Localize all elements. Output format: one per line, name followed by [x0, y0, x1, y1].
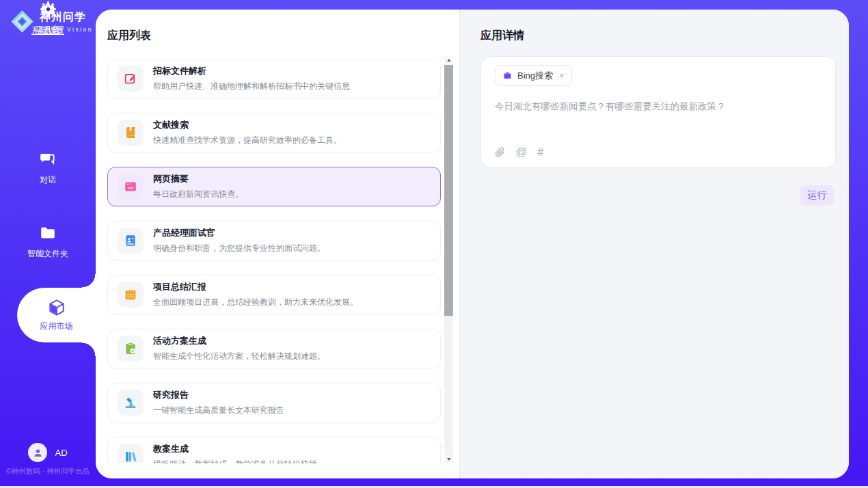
scroll-down-arrow[interactable] [444, 455, 453, 463]
user-account[interactable]: AD [0, 443, 96, 462]
app-window: 神州问学 Smart Vision 对话 智能文件夹 工具集 应用市场 系统设置 [0, 0, 868, 488]
app-card-title: 教案生成 [153, 443, 317, 455]
app-list: 招标文件解析 帮助用户快速、准确地理解和解析招标书中的关键信息 文献搜索 快速精… [107, 59, 441, 463]
app-card-title: 产品经理面试官 [153, 227, 325, 239]
app-card-活动方案生成[interactable]: 活动方案生成 智能生成个性化活动方案，轻松解决规划难题。 [107, 329, 441, 368]
app-list-panel: 应用列表 招标文件解析 帮助用户快速、准确地理解和解析招标书中的关键信息 [96, 10, 459, 478]
app-card-网页摘要[interactable]: </> 网页摘要 每日政府新闻资讯快查。 [107, 167, 441, 206]
attachment-icon[interactable] [494, 146, 506, 158]
active-tab-curve-top [82, 274, 96, 288]
notepad-icon [124, 288, 137, 301]
app-card-title: 文献搜索 [153, 119, 342, 131]
nav-label: 智能文件夹 [27, 248, 68, 260]
app-card-description: 每日政府新闻资讯快查。 [153, 189, 243, 200]
query-input[interactable]: 今日湖北有哪些新闻要点？有哪些需要关注的最新政策？ [495, 100, 822, 113]
app-icon-tile [118, 444, 144, 463]
app-card-description: 明确身份和职责，为您提供专业性的面试问题。 [153, 243, 325, 254]
composer-toolbar: @ # [494, 146, 543, 158]
mention-icon[interactable]: @ [516, 147, 527, 158]
scrollbar-thumb[interactable] [444, 65, 453, 316]
app-card-title: 研究报告 [153, 389, 284, 401]
app-card-title: 活动方案生成 [153, 335, 325, 347]
app-detail-panel: 应用详情 Bing搜索 × 今日湖北有哪些新闻要点？有哪些需要关注的最新政策？ … [459, 10, 849, 478]
app-card-description: 快速精准查找学术资源，提高研究效率的必备工具。 [153, 135, 342, 146]
app-detail-title: 应用详情 [480, 29, 524, 43]
app-card-title: 招标文件解析 [153, 65, 350, 77]
clipboard-check-icon [124, 342, 137, 355]
nav-label: 系统设置 [31, 25, 64, 36]
tool-chip-label: Bing搜索 [517, 70, 553, 82]
microscope-icon [124, 396, 137, 409]
app-card-文献搜索[interactable]: 文献搜索 快速精准查找学术资源，提高研究效率的必备工具。 [107, 113, 441, 152]
chip-close-icon[interactable]: × [559, 70, 565, 81]
app-card-产品经理面试官[interactable]: 产品经理面试官 明确身份和职责，为您提供专业性的面试问题。 [107, 221, 441, 260]
prompt-card: Bing搜索 × 今日湖北有哪些新闻要点？有哪些需要关注的最新政策？ @ # [480, 56, 836, 168]
app-card-教案生成[interactable]: 教案生成 模板驱动，教案秒成，教学准备从此轻松快捷 [107, 437, 441, 463]
user-initials: AD [55, 448, 67, 458]
nav-label: 应用市场 [40, 321, 73, 332]
briefcase-icon [502, 70, 513, 81]
app-icon-tile [118, 282, 144, 308]
tool-chip-bing-search[interactable]: Bing搜索 × [495, 65, 572, 86]
bid-doc-icon [124, 72, 137, 85]
person-icon [31, 446, 44, 459]
app-list-title: 应用列表 [107, 29, 151, 43]
web-code-icon: </> [124, 180, 137, 193]
sidebar: 神州问学 Smart Vision 对话 智能文件夹 工具集 应用市场 系统设置 [0, 0, 96, 486]
chat-icon [39, 150, 57, 168]
app-card-description: 模板驱动，教案秒成，教学准备从此轻松快捷 [153, 459, 317, 463]
app-icon-tile [118, 390, 144, 416]
sidebar-item-app-market[interactable]: 应用市场 [17, 288, 96, 342]
app-card-title: 项目总结汇报 [153, 281, 358, 293]
book-icon [124, 126, 137, 139]
sidebar-item-chat[interactable]: 对话 [0, 150, 96, 186]
app-card-description: 帮助用户快速、准确地理解和解析招标书中的关键信息 [153, 81, 350, 92]
folder-icon [39, 224, 57, 242]
app-card-项目总结汇报[interactable]: 项目总结汇报 全面回顾项目进展，总结经验教训，助力未来优化发展。 [107, 275, 441, 314]
app-icon-tile [118, 336, 144, 362]
sidebar-item-system-settings[interactable]: 系统设置 [0, 0, 96, 36]
hash-icon[interactable]: # [537, 147, 543, 158]
app-card-title: 网页摘要 [153, 173, 243, 185]
sidebar-item-smart-folder[interactable]: 智能文件夹 [0, 224, 96, 260]
app-card-description: 全面回顾项目进展，总结经验教训，助力未来优化发展。 [153, 297, 358, 308]
app-icon-tile [118, 228, 144, 254]
nav-label: 对话 [40, 174, 56, 186]
app-card-description: 智能生成个性化活动方案，轻松解决规划难题。 [153, 351, 325, 362]
app-icon-tile [118, 66, 144, 92]
scroll-up-arrow[interactable] [444, 56, 453, 65]
run-button[interactable]: 运行 [800, 185, 835, 206]
main-content: 应用列表 招标文件解析 帮助用户快速、准确地理解和解析招标书中的关键信息 [96, 10, 849, 478]
app-icon-tile [118, 120, 144, 146]
gear-icon [39, 0, 57, 18]
books-icon [124, 450, 137, 463]
avatar [28, 443, 47, 462]
app-card-招标文件解析[interactable]: 招标文件解析 帮助用户快速、准确地理解和解析招标书中的关键信息 [107, 59, 441, 98]
active-tab-curve-bottom [82, 342, 96, 356]
app-card-研究报告[interactable]: 研究报告 一键智能生成高质量长文本研究报告 [107, 383, 441, 422]
app-icon-tile: </> [118, 174, 144, 200]
copyright-footer: ©神州数码 · 神州问学出品 [6, 467, 90, 476]
list-scrollbar[interactable] [444, 56, 453, 463]
cube-icon [47, 298, 66, 317]
resume-icon [124, 234, 137, 247]
svg-text:</>: </> [128, 186, 134, 190]
app-card-description: 一键智能生成高质量长文本研究报告 [153, 405, 284, 416]
